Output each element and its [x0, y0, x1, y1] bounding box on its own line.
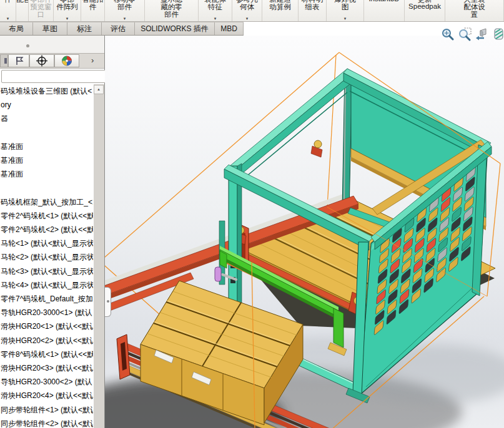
toolbar-button-件[interactable]: 智能扣件 — [81, 0, 105, 21]
tree-item[interactable]: 码垛机框架_默认_按加工_<1> — [1, 195, 93, 209]
toolbar-button-label: 件 — [0, 0, 16, 4]
tab-configurationmanager[interactable] — [8, 54, 29, 67]
dropdown-caret-icon[interactable]: ▾ — [199, 16, 232, 21]
tree-item[interactable]: 零件7^码垛机_Default_按加工 — [1, 292, 93, 306]
toolbar-button-特征[interactable]: 装配体特征▾ — [199, 0, 232, 21]
section-view-icon — [492, 27, 504, 42]
sensor-cylinder — [215, 267, 221, 281]
tab-propertymanager[interactable] — [29, 54, 54, 67]
panel-splitter-dot[interactable] — [26, 44, 29, 47]
toolbar-button-label: 图 — [327, 2, 363, 12]
toolbar-button-配合[interactable]: 配合 — [16, 0, 29, 21]
target-icon — [30, 55, 54, 67]
tree-item[interactable]: 零件8^码垛机<1> (默认<<默 — [1, 348, 93, 361]
flag-icon — [9, 55, 29, 67]
tree-item[interactable]: 基准面 — [1, 167, 93, 181]
toolbar-button-label: Speedpak — [405, 2, 445, 10]
toolbar-button-何体[interactable]: 参考几何体▾ — [232, 0, 262, 21]
toolbar-button-label: Instant3D — [364, 0, 404, 2]
tree-icon — [4, 58, 7, 64]
tree-item[interactable]: 马轮<3> (默认<默认_显示状 — [1, 265, 93, 278]
dropdown-caret-icon[interactable]: ▾ — [0, 16, 16, 21]
dropdown-caret-icon[interactable]: ▾ — [327, 16, 363, 21]
toolbar-button-label: 细表 — [299, 2, 326, 12]
tree-item — [1, 126, 93, 140]
toolbar-button-置[interactable]: 大型装配体设置 — [445, 0, 504, 21]
tab-displaymanager[interactable] — [54, 54, 79, 67]
tree-item[interactable]: 同步带轮组件<1> (默认<默认 — [1, 403, 93, 417]
tree-item — [1, 181, 93, 195]
section-view-button[interactable] — [492, 27, 504, 42]
toolbar-button-Instant3D[interactable]: Instant3D — [364, 0, 405, 21]
tree-item[interactable]: 基准面 — [1, 153, 93, 167]
toolbar-button-细表[interactable]: 材料明细表 — [299, 0, 327, 21]
tree-item[interactable]: 码垛堆垛设备三维图 (默认< — [1, 84, 93, 98]
toolbar-button-label: 何体 — [232, 2, 262, 12]
tree-item[interactable]: 滑块HGR20<3> (默认<<默认 — [1, 361, 93, 375]
toolbar-button-label: 口 — [29, 10, 53, 19]
tree-item[interactable]: 器 — [1, 112, 93, 125]
tree-item[interactable]: 零件2^码垛机<1> (默认<<默 — [1, 209, 93, 223]
command-manager-toolbar: 件▾配合零部件预览窗口零部件阵列▾智能扣件移动零部件▾显示隐藏的零部件装配体特征… — [0, 0, 504, 22]
ribbon-tab-标注[interactable]: 标注 — [67, 22, 102, 35]
tree-item[interactable]: 零件2^码垛机<2> (默认<<默 — [1, 223, 93, 236]
zoom-area-icon — [458, 27, 472, 42]
tab-featuremanager[interactable] — [0, 54, 8, 67]
graphics-viewport[interactable] — [105, 36, 504, 428]
tree-item[interactable]: 导轨HGR20-3000<2> (默认 — [1, 375, 93, 389]
feature-manager-panel: › 码垛堆垛设备三维图 (默认<ory器基准面基准面基准面码垛机框架_默认_按加… — [0, 36, 105, 428]
toolbar-button-Speedpak[interactable]: 更新Speedpak — [405, 0, 445, 21]
panel-splitter-handle-dot — [107, 300, 109, 303]
toolbar-button-label: 件阵列 — [54, 2, 81, 12]
ribbon-tab-草图[interactable]: 草图 — [33, 22, 67, 35]
zoom-fit-icon — [441, 27, 455, 42]
ribbon-tab-SOLIDWORKS 插件[interactable]: SOLIDWORKS 插件 — [135, 22, 215, 35]
ribbon-tab-评估[interactable]: 评估 — [102, 22, 135, 35]
toolbar-button-口[interactable]: 零部件预览窗口 — [29, 0, 54, 21]
previous-view-button[interactable] — [475, 27, 489, 42]
tree-item[interactable]: 马轮<2> (默认<默认_显示状 — [1, 250, 93, 264]
tree-item[interactable]: 马轮<1> (默认<默认_显示状 — [1, 236, 93, 250]
toolbar-button-件阵列[interactable]: 零部件阵列▾ — [54, 0, 81, 21]
ribbon-tab-row: 布局草图标注评估SOLIDWORKS 插件MBD — [0, 22, 504, 36]
ribbon-tabs: 布局草图标注评估SOLIDWORKS 插件MBD — [0, 22, 244, 36]
feature-tree-search-input[interactable] — [1, 70, 106, 83]
tree-item[interactable]: 滑块HGR20<2> (默认<<默认 — [1, 334, 93, 348]
dropdown-caret-icon[interactable]: ▾ — [105, 16, 144, 21]
toolbar-button-label: 部件 — [105, 2, 144, 12]
tree-item[interactable]: 导轨HGR20-3000<1> (默认 — [1, 306, 93, 319]
zoom-to-area-button[interactable] — [458, 27, 472, 42]
toolbar-button-部件[interactable]: 显示隐藏的零部件 — [145, 0, 199, 21]
tree-item[interactable]: 马轮<4> (默认<默认_显示状 — [1, 278, 93, 292]
tree-item[interactable]: 同步带轮组件<2> (默认<默认 — [1, 417, 93, 428]
dropdown-caret-icon[interactable]: ▾ — [232, 16, 262, 21]
feature-tree: 码垛堆垛设备三维图 (默认<ory器基准面基准面基准面码垛机框架_默认_按加工_… — [1, 84, 93, 428]
scroll-up-arrow[interactable]: ▲ — [94, 85, 104, 94]
tree-item[interactable]: 滑块HGR20<4> (默认<<默认 — [1, 389, 93, 402]
ribbon-tab-MBD[interactable]: MBD — [215, 22, 244, 35]
model-scene — [105, 36, 504, 428]
manager-tab-bar: › — [0, 53, 104, 69]
toolbar-button-label: 配合 — [16, 0, 28, 4]
toolbar-button-图[interactable]: 爆炸视图▾ — [327, 0, 364, 21]
toolbar-button-label: 部件 — [145, 10, 198, 19]
tree-item[interactable]: 滑块HGR20<1> (默认<<默认 — [1, 319, 93, 333]
zoom-to-fit-button[interactable] — [441, 27, 455, 42]
toolbar-button-件[interactable]: 件▾ — [0, 0, 16, 21]
tree-item[interactable]: 基准面 — [1, 140, 93, 153]
color-wheel-icon — [55, 55, 79, 67]
ribbon-tab-布局[interactable]: 布局 — [0, 22, 33, 35]
toolbar-button-label: 置 — [445, 10, 503, 19]
panel-top-strip — [0, 36, 104, 53]
previous-view-icon — [475, 27, 489, 42]
toolbar-button-label: 件 — [81, 2, 104, 12]
toolbar-button-label: 特征 — [199, 2, 232, 12]
dropdown-caret-icon[interactable]: ▾ — [54, 16, 81, 21]
tree-scrollbar[interactable] — [94, 84, 104, 428]
toolbar-button-部件[interactable]: 移动零部件▾ — [105, 0, 145, 21]
toolbar-button-label: 动算例 — [262, 2, 298, 12]
toolbar-button-动算例[interactable]: 新建运动算例 — [262, 0, 299, 21]
tree-item[interactable]: ory — [1, 98, 93, 112]
panel-expand-arrow[interactable]: › — [91, 56, 94, 65]
